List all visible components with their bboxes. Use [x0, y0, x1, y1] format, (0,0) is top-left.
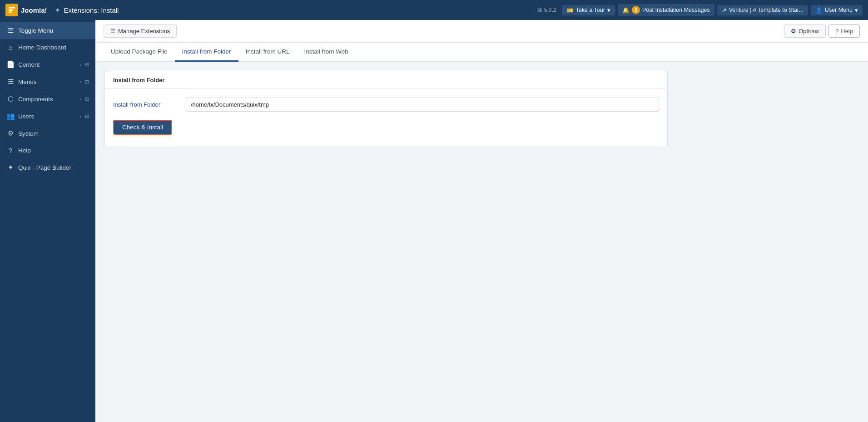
sidebar: ☰ Toggle Menu ⌂ Home Dashboard 📄 Content… [0, 20, 95, 422]
options-button[interactable]: ⚙ Options [784, 25, 826, 38]
question-icon: ? [835, 28, 838, 34]
sidebar-toggle-menu[interactable]: ☰ Toggle Menu [0, 22, 95, 39]
menus-arrow-icon: › [79, 79, 81, 84]
users-grid-icon: ⊞ [85, 113, 89, 119]
main-layout: ☰ Toggle Menu ⌂ Home Dashboard 📄 Content… [0, 20, 868, 422]
install-folder-card: Install from Folder Install from Folder … [104, 71, 668, 148]
content-arrow-icon: › [79, 62, 81, 67]
user-chevron-icon: ▾ [855, 7, 858, 14]
home-icon: ⌂ [6, 44, 15, 51]
sidebar-item-content[interactable]: 📄 Content › ⊞ [0, 56, 95, 73]
toolbar: ☰ Manage Extensions ⚙ Options ? Help [95, 20, 868, 43]
tour-icon: 🎫 [566, 7, 574, 14]
quix-icon: ✦ [6, 163, 15, 172]
user-icon: 👤 [815, 7, 823, 14]
form-panel: Install from Folder Install from Folder … [95, 62, 868, 422]
components-icon: ⬡ [6, 95, 15, 103]
sidebar-item-users[interactable]: 👥 Users › ⊞ [0, 108, 95, 125]
tab-install-web[interactable]: Install from Web [297, 43, 355, 62]
sidebar-quix-label: Quix - Page Builder [18, 164, 89, 171]
post-install-label: Post Installation Messages [642, 7, 710, 13]
tabs-bar: Upload Package File Install from Folder … [95, 43, 868, 62]
extensions-icon: ✦ [55, 6, 60, 15]
sidebar-menus-label: Menus [18, 79, 76, 85]
folder-field-label: Install from Folder [113, 101, 186, 108]
toolbar-left: ☰ Manage Extensions [104, 25, 177, 38]
user-menu-label: User Menu [825, 7, 853, 13]
check-install-label: Check & Install [122, 124, 163, 131]
sidebar-item-components[interactable]: ⬡ Components › ⊞ [0, 90, 95, 108]
manage-extensions-button[interactable]: ☰ Manage Extensions [104, 25, 177, 38]
tab-upload-label: Upload Package File [111, 48, 168, 55]
sidebar-item-help[interactable]: ? Help [0, 142, 95, 159]
venture-label: Venture | A Template to Star... [729, 7, 804, 13]
sidebar-system-label: System [18, 130, 89, 137]
content-icon: 📄 [6, 60, 15, 69]
manage-extensions-label: Manage Extensions [118, 28, 170, 34]
folder-path-input[interactable] [186, 98, 659, 112]
sidebar-item-system[interactable]: ⚙ System [0, 125, 95, 142]
sidebar-item-quix[interactable]: ✦ Quix - Page Builder [0, 159, 95, 176]
sidebar-home-label: Home Dashboard [18, 44, 89, 51]
toggle-icon: ☰ [6, 26, 15, 34]
menus-grid-icon: ⊞ [85, 79, 89, 85]
tab-upload-package[interactable]: Upload Package File [104, 43, 175, 62]
folder-field-row: Install from Folder [113, 98, 659, 112]
toggle-label: Toggle Menu [18, 27, 89, 34]
logo-text: Joomla! [21, 6, 47, 14]
users-icon: 👥 [6, 112, 15, 120]
system-icon: ⚙ [6, 129, 15, 137]
help-button[interactable]: ? Help [828, 25, 860, 38]
check-install-button[interactable]: Check & Install [113, 120, 172, 135]
help-label: Help [841, 28, 853, 34]
users-arrow-icon: › [79, 113, 81, 119]
logo[interactable]: Joomla! [5, 4, 47, 16]
tab-folder-label: Install from Folder [182, 48, 231, 55]
page-title-area: ✦ Extensions: Install [55, 6, 531, 15]
components-grid-icon: ⊞ [85, 96, 89, 102]
sidebar-help-label: Help [18, 147, 89, 154]
toolbar-right: ⚙ Options ? Help [784, 25, 860, 38]
sidebar-item-menus[interactable]: ☰ Menus › ⊞ [0, 73, 95, 90]
topnav-right: ⌘ 5.0.2 🎫 Take a Tour ▾ 🔔 3 Post Install… [534, 4, 863, 16]
external-link-icon: ↗ [722, 7, 727, 14]
options-label: Options [799, 28, 819, 34]
sidebar-users-label: Users [18, 113, 76, 120]
content-area: ☰ Manage Extensions ⚙ Options ? Help Upl… [95, 20, 868, 422]
form-section-title: Install from Folder [105, 71, 667, 83]
help-icon: ? [6, 147, 15, 154]
post-install-button[interactable]: 🔔 3 Post Installation Messages [618, 4, 714, 16]
sidebar-item-home[interactable]: ⌂ Home Dashboard [0, 39, 95, 56]
tab-install-folder[interactable]: Install from Folder [175, 43, 238, 62]
top-navbar: Joomla! ✦ Extensions: Install ⌘ 5.0.2 🎫 … [0, 0, 868, 20]
list-icon: ☰ [110, 28, 116, 34]
sidebar-content-label: Content [18, 61, 76, 68]
tour-chevron-icon: ▾ [607, 7, 610, 14]
tab-url-label: Install from URL [246, 48, 290, 55]
menus-icon: ☰ [6, 78, 15, 86]
components-arrow-icon: › [79, 96, 81, 102]
bell-icon: 🔔 [622, 7, 630, 14]
form-card-body: Install from Folder Check & Install [105, 88, 667, 147]
tab-install-url[interactable]: Install from URL [238, 43, 297, 62]
take-tour-button[interactable]: 🎫 Take a Tour ▾ [562, 5, 615, 15]
post-install-count: 3 [632, 6, 640, 14]
sidebar-components-label: Components [18, 96, 76, 103]
version-badge: ⌘ 5.0.2 [534, 7, 559, 13]
gear-icon: ⚙ [791, 28, 796, 34]
venture-template-button[interactable]: ↗ Venture | A Template to Star... [717, 5, 808, 15]
user-menu-button[interactable]: 👤 User Menu ▾ [811, 5, 863, 15]
page-title: Extensions: Install [64, 6, 119, 14]
take-tour-label: Take a Tour [576, 7, 605, 13]
tab-web-label: Install from Web [304, 48, 348, 55]
content-grid-icon: ⊞ [85, 62, 89, 68]
